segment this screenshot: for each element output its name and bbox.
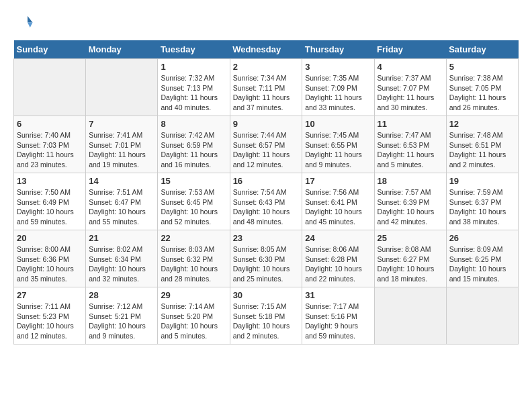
day-number: 6 — [17, 119, 83, 129]
day-number: 27 — [17, 290, 83, 300]
day-detail: Sunrise: 8:06 AM Sunset: 6:28 PM Dayligh… — [305, 244, 371, 284]
calendar-table: SundayMondayTuesdayWednesdayThursdayFrid… — [13, 40, 519, 345]
day-number: 14 — [89, 176, 154, 186]
day-detail: Sunrise: 7:53 AM Sunset: 6:45 PM Dayligh… — [161, 187, 226, 227]
day-cell: 19Sunrise: 7:59 AM Sunset: 6:37 PM Dayli… — [446, 173, 518, 230]
day-number: 21 — [89, 233, 154, 243]
day-number: 13 — [17, 176, 83, 186]
week-row-3: 13Sunrise: 7:50 AM Sunset: 6:49 PM Dayli… — [14, 173, 519, 230]
day-detail: Sunrise: 8:09 AM Sunset: 6:25 PM Dayligh… — [449, 244, 515, 284]
day-number: 9 — [233, 119, 300, 129]
week-row-2: 6Sunrise: 7:40 AM Sunset: 7:03 PM Daylig… — [14, 116, 519, 173]
day-number: 8 — [161, 119, 226, 129]
day-detail: Sunrise: 8:08 AM Sunset: 6:27 PM Dayligh… — [378, 244, 443, 284]
day-detail: Sunrise: 7:40 AM Sunset: 7:03 PM Dayligh… — [17, 130, 83, 170]
header-cell-saturday: Saturday — [446, 40, 518, 59]
day-number: 3 — [305, 62, 371, 72]
day-detail: Sunrise: 7:41 AM Sunset: 7:01 PM Dayligh… — [89, 130, 154, 170]
day-cell: 11Sunrise: 7:47 AM Sunset: 6:53 PM Dayli… — [374, 116, 446, 173]
day-detail: Sunrise: 8:05 AM Sunset: 6:30 PM Dayligh… — [233, 244, 300, 284]
day-cell: 14Sunrise: 7:51 AM Sunset: 6:47 PM Dayli… — [86, 173, 158, 230]
day-number: 15 — [161, 176, 226, 186]
day-number: 17 — [305, 176, 371, 186]
day-number: 7 — [89, 119, 154, 129]
header-cell-monday: Monday — [86, 40, 158, 59]
day-number: 11 — [378, 119, 443, 129]
day-cell: 28Sunrise: 7:12 AM Sunset: 5:21 PM Dayli… — [86, 287, 158, 345]
day-cell: 26Sunrise: 8:09 AM Sunset: 6:25 PM Dayli… — [446, 230, 518, 287]
day-detail: Sunrise: 7:44 AM Sunset: 6:57 PM Dayligh… — [233, 130, 300, 170]
header-cell-wednesday: Wednesday — [230, 40, 302, 59]
header-cell-tuesday: Tuesday — [158, 40, 230, 59]
day-number: 23 — [233, 233, 300, 243]
page-header — [13, 13, 519, 34]
day-cell — [374, 287, 446, 345]
day-cell: 20Sunrise: 8:00 AM Sunset: 6:36 PM Dayli… — [14, 230, 86, 287]
day-detail: Sunrise: 7:15 AM Sunset: 5:18 PM Dayligh… — [233, 302, 300, 341]
day-detail: Sunrise: 7:34 AM Sunset: 7:11 PM Dayligh… — [233, 73, 300, 113]
day-cell: 21Sunrise: 8:02 AM Sunset: 6:34 PM Dayli… — [86, 230, 158, 287]
day-cell: 10Sunrise: 7:45 AM Sunset: 6:55 PM Dayli… — [302, 116, 374, 173]
day-number: 18 — [378, 176, 443, 186]
day-cell: 22Sunrise: 8:03 AM Sunset: 6:32 PM Dayli… — [158, 230, 230, 287]
day-number: 5 — [449, 62, 515, 72]
logo-icon — [13, 13, 34, 34]
day-cell: 17Sunrise: 7:56 AM Sunset: 6:41 PM Dayli… — [302, 173, 374, 230]
day-number: 26 — [449, 233, 515, 243]
day-cell: 13Sunrise: 7:50 AM Sunset: 6:49 PM Dayli… — [14, 173, 86, 230]
day-cell: 9Sunrise: 7:44 AM Sunset: 6:57 PM Daylig… — [230, 116, 302, 173]
day-number: 12 — [449, 119, 515, 129]
day-detail: Sunrise: 8:00 AM Sunset: 6:36 PM Dayligh… — [17, 244, 83, 284]
logo — [13, 13, 37, 34]
day-detail: Sunrise: 7:45 AM Sunset: 6:55 PM Dayligh… — [305, 130, 371, 170]
day-number: 30 — [233, 290, 300, 300]
day-detail: Sunrise: 7:32 AM Sunset: 7:13 PM Dayligh… — [161, 73, 226, 113]
week-row-1: 1Sunrise: 7:32 AM Sunset: 7:13 PM Daylig… — [14, 59, 519, 116]
svg-marker-1 — [28, 23, 33, 28]
day-cell: 4Sunrise: 7:37 AM Sunset: 7:07 PM Daylig… — [374, 59, 446, 116]
day-detail: Sunrise: 7:47 AM Sunset: 6:53 PM Dayligh… — [378, 130, 443, 170]
day-detail: Sunrise: 7:11 AM Sunset: 5:23 PM Dayligh… — [17, 302, 83, 341]
day-cell: 25Sunrise: 8:08 AM Sunset: 6:27 PM Dayli… — [374, 230, 446, 287]
day-cell: 18Sunrise: 7:57 AM Sunset: 6:39 PM Dayli… — [374, 173, 446, 230]
day-detail: Sunrise: 7:42 AM Sunset: 6:59 PM Dayligh… — [161, 130, 226, 170]
day-number: 16 — [233, 176, 300, 186]
day-detail: Sunrise: 7:59 AM Sunset: 6:37 PM Dayligh… — [449, 187, 515, 227]
svg-marker-0 — [28, 16, 33, 23]
day-detail: Sunrise: 8:02 AM Sunset: 6:34 PM Dayligh… — [89, 244, 154, 284]
day-number: 24 — [305, 233, 371, 243]
day-number: 1 — [161, 62, 226, 72]
day-cell: 3Sunrise: 7:35 AM Sunset: 7:09 PM Daylig… — [302, 59, 374, 116]
day-cell: 12Sunrise: 7:48 AM Sunset: 6:51 PM Dayli… — [446, 116, 518, 173]
day-cell: 6Sunrise: 7:40 AM Sunset: 7:03 PM Daylig… — [14, 116, 86, 173]
day-cell: 7Sunrise: 7:41 AM Sunset: 7:01 PM Daylig… — [86, 116, 158, 173]
day-cell: 27Sunrise: 7:11 AM Sunset: 5:23 PM Dayli… — [14, 287, 86, 345]
day-cell — [86, 59, 158, 116]
day-cell: 31Sunrise: 7:17 AM Sunset: 5:16 PM Dayli… — [302, 287, 374, 345]
day-cell: 5Sunrise: 7:38 AM Sunset: 7:05 PM Daylig… — [446, 59, 518, 116]
day-cell — [446, 287, 518, 345]
header-cell-thursday: Thursday — [302, 40, 374, 59]
day-cell: 2Sunrise: 7:34 AM Sunset: 7:11 PM Daylig… — [230, 59, 302, 116]
day-detail: Sunrise: 7:54 AM Sunset: 6:43 PM Dayligh… — [233, 187, 300, 227]
day-detail: Sunrise: 7:51 AM Sunset: 6:47 PM Dayligh… — [89, 187, 154, 227]
day-number: 25 — [378, 233, 443, 243]
day-detail: Sunrise: 7:50 AM Sunset: 6:49 PM Dayligh… — [17, 187, 83, 227]
day-number: 4 — [378, 62, 443, 72]
day-cell — [14, 59, 86, 116]
day-detail: Sunrise: 7:12 AM Sunset: 5:21 PM Dayligh… — [89, 302, 154, 341]
day-detail: Sunrise: 8:03 AM Sunset: 6:32 PM Dayligh… — [161, 244, 226, 284]
day-number: 28 — [89, 290, 154, 300]
header-cell-friday: Friday — [374, 40, 446, 59]
day-detail: Sunrise: 7:57 AM Sunset: 6:39 PM Dayligh… — [378, 187, 443, 227]
day-cell: 23Sunrise: 8:05 AM Sunset: 6:30 PM Dayli… — [230, 230, 302, 287]
day-detail: Sunrise: 7:35 AM Sunset: 7:09 PM Dayligh… — [305, 73, 371, 113]
day-cell: 30Sunrise: 7:15 AM Sunset: 5:18 PM Dayli… — [230, 287, 302, 345]
day-number: 2 — [233, 62, 300, 72]
day-cell: 16Sunrise: 7:54 AM Sunset: 6:43 PM Dayli… — [230, 173, 302, 230]
day-number: 10 — [305, 119, 371, 129]
header-cell-sunday: Sunday — [14, 40, 86, 59]
day-number: 31 — [305, 290, 371, 300]
day-detail: Sunrise: 7:48 AM Sunset: 6:51 PM Dayligh… — [449, 130, 515, 170]
day-detail: Sunrise: 7:14 AM Sunset: 5:20 PM Dayligh… — [161, 302, 226, 341]
